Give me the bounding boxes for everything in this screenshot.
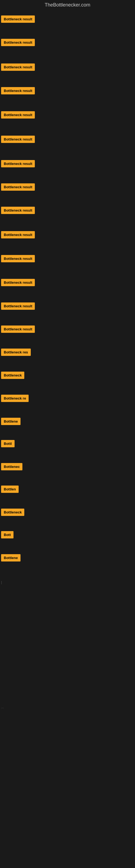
bottleneck-item-3: Bottleneck result — [1, 63, 35, 72]
bottleneck-label-5[interactable]: Bottleneck result — [1, 111, 35, 119]
bottleneck-label-6[interactable]: Bottleneck result — [1, 135, 35, 143]
site-title: TheBottlenecker.com — [0, 0, 135, 11]
bottleneck-item-5: Bottleneck result — [1, 111, 35, 120]
marker-1: | — [1, 581, 2, 584]
bottleneck-label-3[interactable]: Bottleneck result — [1, 63, 35, 71]
bottleneck-label-4[interactable]: Bottleneck result — [1, 87, 35, 94]
marker-2: ... — [1, 705, 4, 709]
bottleneck-label-17[interactable]: Bottleneck re — [1, 395, 29, 402]
bottleneck-label-24[interactable]: Bottlene — [1, 554, 20, 561]
bottleneck-label-23[interactable]: Bott — [1, 531, 13, 538]
bottleneck-item-24: Bottlene — [1, 554, 20, 563]
bottleneck-item-6: Bottleneck result — [1, 135, 35, 144]
bottleneck-item-15: Bottleneck res — [1, 348, 31, 357]
bottleneck-label-8[interactable]: Bottleneck result — [1, 183, 35, 191]
bottleneck-item-10: Bottleneck result — [1, 231, 35, 240]
bottleneck-item-21: Bottlen — [1, 486, 18, 494]
bottleneck-label-13[interactable]: Bottleneck result — [1, 303, 35, 310]
bottleneck-label-2[interactable]: Bottleneck result — [1, 39, 35, 46]
bottleneck-item-17: Bottleneck re — [1, 395, 29, 403]
bottleneck-item-1: Bottleneck result — [1, 16, 35, 24]
bottleneck-label-18[interactable]: Bottlene — [1, 418, 20, 425]
bottleneck-label-20[interactable]: Bottlenec — [1, 463, 22, 470]
bottleneck-item-20: Bottlenec — [1, 463, 22, 471]
bottleneck-label-10[interactable]: Bottleneck result — [1, 231, 35, 239]
bottleneck-label-9[interactable]: Bottleneck result — [1, 207, 35, 214]
bottleneck-label-15[interactable]: Bottleneck res — [1, 348, 31, 356]
bottleneck-item-11: Bottleneck result — [1, 255, 35, 264]
bottleneck-item-12: Bottleneck result — [1, 279, 35, 287]
bottleneck-label-19[interactable]: Bottl — [1, 440, 14, 447]
bottleneck-item-16: Bottleneck — [1, 372, 24, 380]
bottleneck-item-18: Bottlene — [1, 418, 20, 426]
bottleneck-label-21[interactable]: Bottlen — [1, 486, 18, 493]
bottleneck-item-8: Bottleneck result — [1, 183, 35, 192]
bottleneck-item-9: Bottleneck result — [1, 207, 35, 215]
bottleneck-item-2: Bottleneck result — [1, 39, 35, 47]
bottleneck-item-7: Bottleneck result — [1, 160, 35, 168]
bottleneck-label-22[interactable]: Bottleneck — [1, 508, 24, 516]
bottleneck-label-1[interactable]: Bottleneck result — [1, 16, 35, 23]
bottleneck-item-22: Bottleneck — [1, 508, 24, 517]
bottleneck-item-13: Bottleneck result — [1, 303, 35, 311]
bottleneck-item-19: Bottl — [1, 440, 14, 448]
bottleneck-label-11[interactable]: Bottleneck result — [1, 255, 35, 262]
bottleneck-label-14[interactable]: Bottleneck result — [1, 326, 35, 333]
bottleneck-label-7[interactable]: Bottleneck result — [1, 160, 35, 167]
bottleneck-label-12[interactable]: Bottleneck result — [1, 279, 35, 286]
bottleneck-item-14: Bottleneck result — [1, 326, 35, 334]
bottleneck-item-4: Bottleneck result — [1, 87, 35, 95]
bottleneck-item-23: Bott — [1, 531, 13, 539]
bottleneck-label-16[interactable]: Bottleneck — [1, 372, 24, 379]
